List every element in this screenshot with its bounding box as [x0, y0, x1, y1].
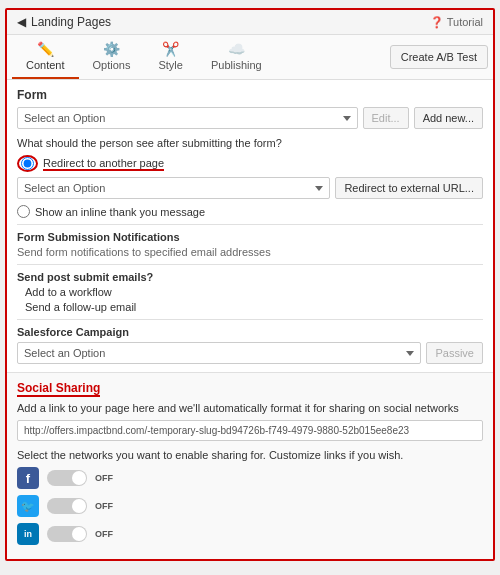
content-area: Form Select an Option Edit... Add new...…: [7, 80, 493, 372]
facebook-network-row: f OFF: [17, 467, 483, 489]
redirect-external-url-button[interactable]: Redirect to external URL...: [335, 177, 483, 199]
tutorial-label: Tutorial: [447, 16, 483, 28]
twitter-toggle[interactable]: [47, 498, 87, 514]
notifications-title: Form Submission Notifications: [17, 231, 483, 243]
social-networks-label: Select the networks you want to enable s…: [17, 449, 483, 461]
tab-publishing[interactable]: ☁️ Publishing: [197, 35, 276, 79]
divider-1: [17, 224, 483, 225]
facebook-toggle[interactable]: [47, 470, 87, 486]
divider-3: [17, 319, 483, 320]
follow-up-email-link[interactable]: Send a follow-up email: [17, 301, 483, 313]
social-sharing-url[interactable]: http://offers.impactbnd.com/-temporary-s…: [17, 420, 483, 441]
inline-thank-you-option[interactable]: Show an inline thank you message: [17, 205, 483, 218]
edit-button[interactable]: Edit...: [363, 107, 409, 129]
window-title: ◀ Landing Pages: [17, 15, 111, 29]
form-select-row: Select an Option Edit... Add new...: [17, 107, 483, 129]
breadcrumb-arrow-icon: ◀: [17, 15, 26, 29]
salesforce-row: Select an Option Passive: [17, 342, 483, 364]
tab-options[interactable]: ⚙️ Options: [79, 35, 145, 79]
add-workflow-link[interactable]: Add to a workflow: [17, 286, 483, 298]
question-icon: ❓: [430, 16, 444, 29]
style-tab-icon: ✂️: [162, 41, 179, 57]
redirect-page-option[interactable]: Redirect to another page: [17, 155, 483, 172]
twitter-toggle-label: OFF: [95, 501, 113, 511]
linkedin-toggle[interactable]: [47, 526, 87, 542]
create-ab-test-button[interactable]: Create A/B Test: [390, 45, 488, 69]
social-sharing-title: Social Sharing: [17, 381, 100, 397]
social-sharing-section: Social Sharing Add a link to your page h…: [7, 372, 493, 559]
inline-thank-you-radio[interactable]: [17, 205, 30, 218]
linkedin-icon: in: [17, 523, 39, 545]
tab-style[interactable]: ✂️ Style: [144, 35, 196, 79]
twitter-icon: 🐦: [17, 495, 39, 517]
passive-button[interactable]: Passive: [426, 342, 483, 364]
add-new-button[interactable]: Add new...: [414, 107, 483, 129]
redirect-page-select[interactable]: Select an Option: [17, 177, 330, 199]
divider-2: [17, 264, 483, 265]
redirect-page-radio[interactable]: [21, 157, 34, 170]
notifications-desc: Send form notifications to specified ema…: [17, 246, 483, 258]
social-sharing-desc: Add a link to your page here and we'll a…: [17, 402, 483, 414]
facebook-toggle-label: OFF: [95, 473, 113, 483]
tab-content[interactable]: ✏️ Content: [12, 35, 79, 79]
tab-options-label: Options: [93, 59, 131, 71]
main-window: ◀ Landing Pages ❓ Tutorial ✏️ Content ⚙️…: [5, 8, 495, 561]
linkedin-toggle-label: OFF: [95, 529, 113, 539]
post-submit-title: Send post submit emails?: [17, 271, 483, 283]
form-select[interactable]: Select an Option: [17, 107, 358, 129]
after-submit-question: What should the person see after submitt…: [17, 137, 483, 149]
salesforce-select[interactable]: Select an Option: [17, 342, 421, 364]
tab-content-label: Content: [26, 59, 65, 71]
form-section-label: Form: [17, 88, 483, 102]
salesforce-title: Salesforce Campaign: [17, 326, 483, 338]
tutorial-link[interactable]: ❓ Tutorial: [430, 16, 483, 29]
nav-tabs: ✏️ Content ⚙️ Options ✂️ Style ☁️ Publis…: [7, 35, 493, 80]
facebook-icon: f: [17, 467, 39, 489]
inline-thank-you-label: Show an inline thank you message: [35, 206, 205, 218]
publishing-tab-icon: ☁️: [228, 41, 245, 57]
options-tab-icon: ⚙️: [103, 41, 120, 57]
tab-publishing-label: Publishing: [211, 59, 262, 71]
window-title-text: Landing Pages: [31, 15, 111, 29]
twitter-network-row: 🐦 OFF: [17, 495, 483, 517]
linkedin-network-row: in OFF: [17, 523, 483, 545]
content-tab-icon: ✏️: [37, 41, 54, 57]
redirect-page-label: Redirect to another page: [43, 157, 164, 171]
tab-style-label: Style: [158, 59, 182, 71]
redirect-select-row: Select an Option Redirect to external UR…: [17, 177, 483, 199]
window-header: ◀ Landing Pages ❓ Tutorial: [7, 10, 493, 35]
